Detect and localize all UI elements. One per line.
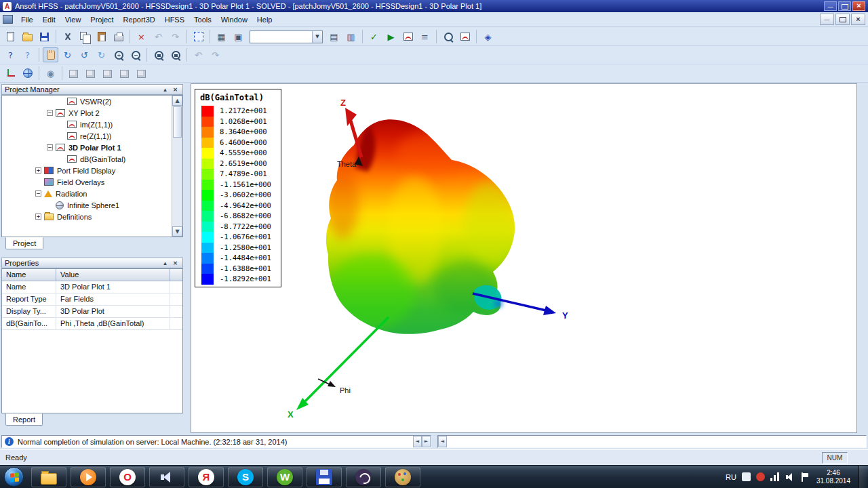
opera-browser-button[interactable]: O bbox=[110, 467, 145, 487]
new-project-button[interactable] bbox=[3, 29, 18, 44]
menu-project[interactable]: Project bbox=[85, 14, 118, 26]
paste-button[interactable] bbox=[94, 29, 109, 44]
property-row[interactable]: Name3D Polar Plot 1 bbox=[2, 281, 182, 293]
pan-button[interactable] bbox=[43, 47, 58, 62]
tray-volume-icon[interactable] bbox=[785, 472, 795, 482]
redo-button[interactable]: ↷ bbox=[167, 29, 183, 44]
zoom-out-button[interactable] bbox=[127, 47, 143, 62]
property-row[interactable]: Report TypeFar Fields bbox=[2, 293, 182, 306]
plot-view[interactable]: dB(GainTotal) 1.2172e+0011.0268e+0018.36… bbox=[191, 83, 857, 433]
menu-report3d[interactable]: Report3D bbox=[119, 14, 160, 26]
tree-item[interactable]: −Radiation bbox=[2, 188, 172, 199]
copy-button[interactable] bbox=[77, 29, 92, 44]
property-value[interactable]: 3D Polar Plot 1 bbox=[56, 281, 170, 293]
zoom-in-button[interactable] bbox=[111, 47, 126, 62]
yandex-browser-button[interactable]: Я bbox=[189, 467, 224, 487]
solution-data-button[interactable] bbox=[400, 29, 416, 44]
tree-item[interactable]: +Port Field Display bbox=[2, 165, 172, 176]
mdi-minimize-button[interactable] bbox=[820, 14, 834, 25]
menu-hfss[interactable]: HFSS bbox=[160, 14, 189, 26]
scroll-up-icon[interactable]: ▲ bbox=[172, 96, 182, 106]
menu-window[interactable]: Window bbox=[216, 14, 252, 26]
selection-mode-button[interactable] bbox=[191, 29, 206, 44]
mdi-restore-button[interactable] bbox=[835, 14, 850, 25]
tree-item[interactable]: re(Z(1,1)) bbox=[2, 130, 172, 142]
tree-expander[interactable]: + bbox=[35, 214, 41, 220]
paint-palette-button[interactable] bbox=[385, 467, 420, 487]
windows-explorer-button[interactable] bbox=[31, 467, 66, 487]
scroll-thumb[interactable] bbox=[173, 106, 182, 138]
property-value[interactable]: Far Fields bbox=[56, 293, 170, 305]
datasets-button[interactable]: ◈ bbox=[480, 29, 496, 44]
delete-button[interactable]: × bbox=[134, 29, 149, 44]
rotate-screen-button[interactable]: ↻ bbox=[94, 47, 109, 62]
tree-expander[interactable]: − bbox=[47, 110, 53, 116]
fit-selection-button[interactable] bbox=[167, 47, 183, 62]
cut-button[interactable] bbox=[60, 29, 75, 44]
properties-autohide-button[interactable] bbox=[161, 260, 170, 267]
tab-project[interactable]: Project bbox=[5, 237, 43, 249]
combo-dropdown-icon[interactable]: ▼ bbox=[312, 31, 322, 43]
mesh-settings-button[interactable]: ▥ bbox=[343, 29, 359, 44]
minimize-button[interactable] bbox=[824, 1, 837, 11]
open-project-button[interactable] bbox=[20, 29, 35, 44]
close-button[interactable] bbox=[852, 1, 865, 11]
media-player-button[interactable] bbox=[71, 467, 106, 487]
create-report-button[interactable] bbox=[457, 29, 473, 44]
validate-button[interactable]: ✓ bbox=[366, 29, 382, 44]
tree-item[interactable]: dB(GainTotal) bbox=[2, 153, 172, 165]
progress-scroll-left-icon[interactable]: ◄ bbox=[438, 436, 447, 447]
utorrent-button[interactable]: W bbox=[267, 467, 302, 487]
menu-view[interactable]: View bbox=[60, 14, 86, 26]
property-value[interactable]: 3D Polar Plot bbox=[56, 306, 170, 317]
volume-mixer-button[interactable] bbox=[149, 467, 184, 487]
taskbar-clock[interactable]: 2:46 31.08.2014 bbox=[814, 469, 853, 485]
print-button[interactable] bbox=[111, 29, 126, 44]
tree-item[interactable]: Field Overlays bbox=[2, 176, 172, 188]
solution-setup-combo[interactable]: ▼ bbox=[250, 30, 323, 43]
window-tile-vertical-button[interactable] bbox=[100, 66, 115, 81]
project-manager-close-button[interactable] bbox=[171, 86, 180, 94]
message-scroll-left-icon[interactable]: ◄ bbox=[413, 436, 422, 447]
properties-close-button[interactable] bbox=[171, 260, 180, 267]
start-button[interactable] bbox=[4, 467, 24, 487]
tree-item[interactable]: im(Z(1,1)) bbox=[2, 119, 172, 130]
help-button[interactable]: ? bbox=[3, 47, 18, 62]
tree-item[interactable]: +Definitions bbox=[2, 211, 172, 222]
fit-all-button[interactable] bbox=[151, 47, 166, 62]
tray-action-center-icon[interactable] bbox=[800, 472, 808, 482]
language-indicator[interactable]: RU bbox=[726, 473, 736, 481]
coordinate-system-button[interactable] bbox=[3, 66, 18, 81]
tray-antivirus-icon[interactable] bbox=[756, 472, 765, 481]
mdi-close-button[interactable] bbox=[851, 14, 865, 25]
select-object-button[interactable]: ▣ bbox=[231, 29, 246, 44]
tree-item[interactable]: Infinite Sphere1 bbox=[2, 199, 172, 211]
message-scroll-right-icon[interactable]: ► bbox=[422, 436, 431, 447]
menu-help[interactable]: Help bbox=[252, 14, 277, 26]
tree-expander[interactable]: − bbox=[47, 144, 53, 150]
tree-expander[interactable]: − bbox=[35, 190, 41, 197]
browse-solutions-button[interactable] bbox=[440, 29, 456, 44]
save-tool-button[interactable] bbox=[307, 467, 342, 487]
edit-sources-button[interactable]: ▤ bbox=[326, 29, 342, 44]
view-undo-button[interactable]: ↶ bbox=[191, 47, 206, 62]
tree-item[interactable]: −XY Plot 2 bbox=[2, 107, 172, 119]
window-tile-horizontal-button[interactable] bbox=[83, 66, 98, 81]
tree-expander[interactable]: + bbox=[35, 167, 41, 174]
select-face-button[interactable]: ▦ bbox=[214, 29, 229, 44]
analyze-all-button[interactable]: ▶ bbox=[383, 29, 399, 44]
tab-report[interactable]: Report bbox=[5, 413, 43, 426]
tray-network-icon[interactable] bbox=[770, 472, 780, 481]
close-all-windows-button[interactable] bbox=[134, 66, 149, 81]
tree-scrollbar[interactable]: ▲ ▼ bbox=[172, 96, 182, 237]
tree-item[interactable]: VSWR(2) bbox=[2, 96, 172, 107]
skype-button[interactable]: S bbox=[228, 467, 263, 487]
mdi-child-icon[interactable] bbox=[3, 15, 13, 24]
show-desktop-button[interactable] bbox=[859, 466, 867, 488]
property-value[interactable]: Phi ,Theta ,dB(GainTotal) bbox=[56, 318, 170, 329]
menu-file[interactable]: File bbox=[16, 14, 38, 26]
arrange-icons-button[interactable] bbox=[117, 66, 132, 81]
menu-edit[interactable]: Edit bbox=[38, 14, 60, 26]
photo-viewer-button[interactable] bbox=[346, 467, 381, 487]
tray-app-icon[interactable] bbox=[742, 472, 751, 481]
